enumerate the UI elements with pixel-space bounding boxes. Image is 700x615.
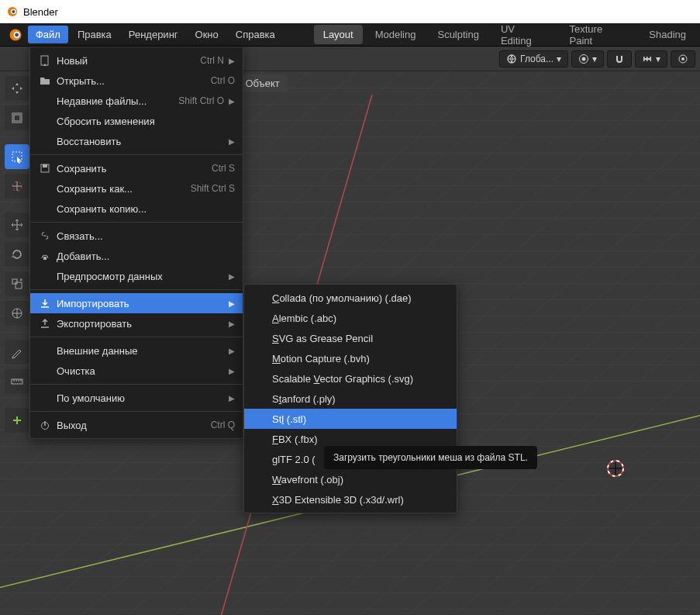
collection-icon bbox=[10, 111, 24, 125]
chevron-right-icon: ▶ bbox=[229, 97, 235, 105]
chevron-down-icon: ▾ bbox=[656, 54, 660, 64]
svg-rect-17 bbox=[643, 57, 645, 61]
svg-point-14 bbox=[582, 57, 586, 60]
folder-icon bbox=[38, 75, 52, 86]
orientation-dropdown[interactable]: Глоба... ▾ bbox=[499, 50, 568, 67]
tooltip: Загрузить треугольники меша из файла STL… bbox=[324, 446, 537, 469]
import-ply[interactable]: Stanford (.ply) bbox=[244, 389, 457, 409]
chevron-right-icon: ▶ bbox=[229, 320, 235, 328]
tab-modeling[interactable]: Modeling bbox=[366, 25, 426, 44]
tool-transform[interactable] bbox=[5, 301, 29, 326]
globe-icon bbox=[506, 54, 517, 64]
arrows-icon bbox=[10, 81, 24, 95]
tool-tweak[interactable] bbox=[5, 76, 29, 101]
import-stl[interactable]: Stl (.stl) bbox=[244, 409, 457, 429]
plus-icon bbox=[10, 413, 24, 427]
menu-save-as[interactable]: Сохранить как... Shift Ctrl S bbox=[30, 178, 243, 199]
proportional-edit-toggle[interactable] bbox=[671, 50, 695, 67]
menu-new[interactable]: Новый Ctrl N ▶ bbox=[30, 50, 243, 71]
menu-export[interactable]: Экспортировать ▶ bbox=[30, 313, 243, 333]
tool-move[interactable] bbox=[5, 212, 29, 237]
menu-append[interactable]: Добавить... bbox=[30, 246, 243, 266]
svg-point-21 bbox=[681, 57, 684, 60]
tool-select-box[interactable] bbox=[5, 144, 29, 169]
tool-add[interactable] bbox=[5, 408, 29, 433]
ruler-icon bbox=[10, 375, 24, 389]
menu-render[interactable]: Рендеринг bbox=[121, 26, 186, 43]
menu-file[interactable]: Файл bbox=[28, 26, 68, 43]
import-x3d[interactable]: X3D Extensible 3D (.x3d/.wrl) bbox=[244, 489, 457, 510]
save-icon bbox=[38, 163, 52, 174]
svg-rect-32 bbox=[41, 56, 48, 65]
snap-toggle[interactable] bbox=[607, 50, 632, 67]
tool-outline[interactable] bbox=[5, 105, 29, 130]
separator bbox=[30, 222, 243, 223]
tool-measure[interactable] bbox=[5, 369, 29, 394]
chevron-right-icon: ▶ bbox=[229, 299, 235, 308]
menu-link[interactable]: Связать... bbox=[30, 226, 243, 246]
tool-cursor[interactable] bbox=[5, 174, 29, 199]
menu-quit[interactable]: Выход Ctrl Q bbox=[30, 415, 243, 435]
power-icon bbox=[38, 420, 52, 430]
tab-sculpting[interactable]: Sculpting bbox=[428, 25, 488, 44]
snap-type-dropdown[interactable]: ▾ bbox=[635, 50, 667, 67]
tool-annotate[interactable] bbox=[5, 340, 29, 365]
object-menu[interactable]: Объект bbox=[237, 74, 287, 92]
import-collada[interactable]: Collada (по умолчанию) (.dae) bbox=[244, 288, 457, 308]
menu-external-data[interactable]: Внешние данные ▶ bbox=[30, 340, 243, 361]
menu-save[interactable]: Сохранить Ctrl S bbox=[30, 158, 243, 178]
link-icon bbox=[38, 230, 52, 241]
tab-shading[interactable]: Shading bbox=[640, 25, 695, 44]
separator bbox=[30, 384, 243, 385]
menu-import[interactable]: Импортировать ▶ bbox=[30, 293, 243, 313]
menu-revert[interactable]: Сбросить изменения bbox=[30, 111, 243, 131]
menu-data-preview[interactable]: Предпросмотр данных ▶ bbox=[30, 266, 243, 286]
svg-point-2 bbox=[12, 10, 15, 13]
blender-logo-icon bbox=[8, 27, 23, 43]
chevron-down-icon: ▾ bbox=[557, 54, 561, 64]
menu-window[interactable]: Окно bbox=[188, 26, 226, 43]
separator bbox=[30, 154, 243, 155]
proportional-icon bbox=[678, 54, 688, 64]
svg-rect-29 bbox=[16, 282, 22, 288]
separator bbox=[30, 337, 243, 337]
import-alembic[interactable]: Alembic (.abc) bbox=[244, 308, 457, 328]
menu-help[interactable]: Справка bbox=[228, 26, 283, 43]
import-svg[interactable]: Scalable Vector Graphics (.svg) bbox=[244, 368, 457, 389]
window-title: Blender bbox=[23, 6, 58, 18]
import-icon bbox=[38, 298, 52, 309]
workspace-tabs: Layout Modeling Sculpting UV Editing Tex… bbox=[314, 19, 695, 50]
menu-cleanup[interactable]: Очистка ▶ bbox=[30, 361, 243, 381]
blender-logo-icon bbox=[6, 5, 19, 18]
menu-open[interactable]: Открыть... Ctrl O bbox=[30, 71, 243, 91]
separator bbox=[30, 411, 243, 412]
magnet-icon bbox=[614, 54, 625, 64]
menu-edit[interactable]: Правка bbox=[70, 26, 119, 43]
menu-recent[interactable]: Недавние файлы... Shift Ctrl O ▶ bbox=[30, 91, 243, 111]
menu-save-copy[interactable]: Сохранить копию... bbox=[30, 199, 243, 219]
import-obj[interactable]: Wavefront (.obj) bbox=[244, 469, 457, 489]
pivot-dropdown[interactable]: ▾ bbox=[571, 50, 604, 67]
import-submenu: Collada (по умолчанию) (.dae) Alembic (.… bbox=[243, 284, 457, 513]
svg-rect-28 bbox=[12, 279, 17, 284]
tab-texture-paint[interactable]: Texture Paint bbox=[560, 19, 637, 50]
chevron-right-icon: ▶ bbox=[229, 272, 235, 281]
chevron-right-icon: ▶ bbox=[229, 57, 235, 65]
append-icon bbox=[38, 250, 52, 261]
scale-icon bbox=[10, 277, 24, 291]
menu-recover[interactable]: Восстановить ▶ bbox=[30, 131, 243, 151]
tab-uv-editing[interactable]: UV Editing bbox=[491, 19, 557, 50]
pivot-icon bbox=[578, 54, 589, 64]
tool-rotate[interactable] bbox=[5, 242, 29, 267]
chevron-right-icon: ▶ bbox=[229, 137, 235, 146]
import-svg-grease[interactable]: SVG as Grease Pencil bbox=[244, 328, 457, 348]
svg-rect-19 bbox=[650, 57, 652, 61]
svg-rect-35 bbox=[43, 257, 47, 260]
tool-scale[interactable] bbox=[5, 271, 29, 296]
import-bvh[interactable]: Motion Capture (.bvh) bbox=[244, 348, 457, 368]
increment-icon bbox=[642, 54, 653, 64]
tab-layout[interactable]: Layout bbox=[314, 25, 363, 44]
chevron-down-icon: ▾ bbox=[592, 54, 597, 64]
svg-point-5 bbox=[15, 33, 19, 36]
menu-defaults[interactable]: По умолчанию ▶ bbox=[30, 388, 243, 408]
